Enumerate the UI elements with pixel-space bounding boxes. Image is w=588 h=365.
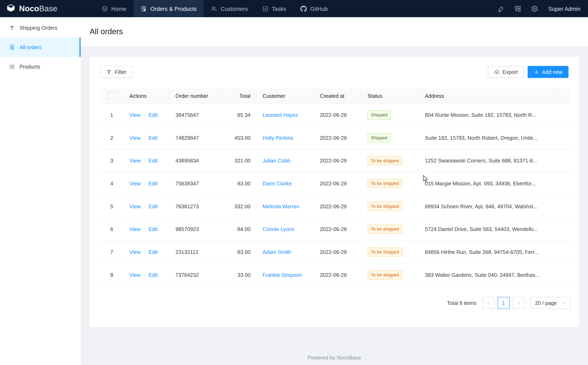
- customer-link[interactable]: Leonard Hayes: [262, 112, 298, 118]
- view-link[interactable]: View: [129, 226, 141, 232]
- view-link[interactable]: View: [129, 181, 141, 186]
- total-value: 83.00: [238, 249, 251, 255]
- address-text: 5724 Daniel Drive, Suite 563, 54403, Wen…: [425, 226, 537, 232]
- total-value: 85.34: [238, 112, 251, 118]
- main-area: All orders Filter: [81, 17, 588, 365]
- edit-link[interactable]: Edit: [149, 181, 158, 186]
- total-cell: 321.00: [224, 149, 256, 172]
- customer-link[interactable]: Darin Clarke: [262, 181, 291, 186]
- order-number: 43895834: [176, 158, 199, 164]
- chevron-right-icon: [516, 301, 521, 305]
- customer-link[interactable]: Holly Perkins: [262, 135, 293, 141]
- edit-link[interactable]: Edit: [149, 203, 158, 209]
- order-form-icon: [141, 6, 147, 12]
- edit-link[interactable]: Edit: [149, 112, 158, 118]
- table-row: 4ViewEdit7563834783.00Darin Clarke2022-0…: [100, 172, 571, 195]
- row-index-cell: 4: [100, 172, 123, 195]
- total-cell: 332.00: [224, 195, 256, 218]
- page-title: All orders: [89, 26, 579, 37]
- view-link[interactable]: View: [129, 249, 141, 255]
- edit-link[interactable]: Edit: [149, 158, 158, 164]
- settings-gear-icon[interactable]: [528, 3, 542, 14]
- sidebar-item-products[interactable]: Products: [0, 57, 81, 76]
- address-text: 84856 Hirthe Run, Suite 268, 94754-6705,…: [425, 249, 539, 255]
- nav-item-tasks[interactable]: Tasks: [255, 0, 293, 17]
- total-cell: 453.00: [224, 127, 256, 150]
- order-number: 73764232: [176, 272, 199, 278]
- address-cell: 1252 Swaniawski Corners, Suite 688, 8137…: [419, 149, 554, 172]
- top-navbar: NocoBase HomeOrders & ProductsCustomersT…: [0, 0, 588, 17]
- row-actions-cell: ViewEdit: [123, 264, 169, 287]
- total-cell: 33.00: [224, 264, 256, 287]
- add-new-button[interactable]: Add new: [527, 66, 568, 78]
- filter-button[interactable]: Filter: [100, 66, 132, 78]
- customer-link[interactable]: Connie Lyons: [262, 226, 294, 232]
- ui-editor-blocks-icon[interactable]: [511, 3, 525, 14]
- pagination-next-button[interactable]: [512, 297, 524, 309]
- order-number: 76381273: [176, 203, 199, 209]
- view-link[interactable]: View: [129, 158, 141, 164]
- header-select-all-cell: [100, 88, 123, 104]
- export-button[interactable]: Export: [488, 66, 524, 78]
- chevron-left-icon: [486, 301, 491, 305]
- edit-link[interactable]: Edit: [149, 249, 158, 255]
- list-icon: [9, 64, 15, 70]
- status-badge: Shipped: [368, 133, 391, 142]
- customer-link[interactable]: Adam Smith: [262, 249, 291, 255]
- total-value: 84.00: [238, 226, 251, 232]
- order-number-cell: 75638347: [169, 172, 224, 195]
- nav-item-orders-products[interactable]: Orders & Products: [134, 0, 204, 17]
- select-all-checkbox[interactable]: [108, 92, 115, 99]
- row-actions-cell: ViewEdit: [123, 172, 169, 195]
- table-row: 5ViewEdit76381273332.00Melinda Warren202…: [100, 195, 571, 218]
- view-link[interactable]: View: [129, 203, 141, 209]
- table-row: 1ViewEdit3847564785.34Leonard Hayes2022-…: [100, 104, 571, 127]
- order-form-icon: [9, 44, 15, 50]
- pagination: Total 8 items 1 20 / page: [100, 297, 571, 309]
- table-row: 7ViewEdit2313211283.00Adam Smith2022-06-…: [100, 241, 571, 264]
- status-badge: To be shipped: [368, 225, 402, 234]
- sidebar-item-label: All orders: [20, 44, 42, 50]
- created-at: 2022-06-29: [320, 203, 347, 209]
- customer-cell: Julian Cobb: [256, 149, 314, 172]
- pagination-prev-button[interactable]: [482, 297, 494, 309]
- view-link[interactable]: View: [129, 135, 141, 141]
- user-menu[interactable]: Super Admin: [548, 6, 581, 12]
- toolbar-right: Export Add new: [488, 66, 568, 78]
- row-index: 6: [110, 226, 113, 232]
- sidebar-item-all-orders[interactable]: All orders: [0, 37, 81, 57]
- edit-link[interactable]: Edit: [149, 226, 158, 232]
- header-empty-cell: [554, 88, 571, 104]
- address-cell: 5724 Daniel Drive, Suite 563, 54403, Wen…: [419, 218, 554, 241]
- highlighter-icon[interactable]: [494, 3, 508, 14]
- customer-link[interactable]: Melinda Warren: [262, 203, 299, 209]
- customer-cell: Darin Clarke: [256, 172, 314, 195]
- status-badge: To be shipped: [368, 179, 402, 188]
- customer-cell: Holly Perkins: [256, 127, 314, 150]
- column-header-total: Total: [224, 88, 256, 104]
- action-divider: [145, 112, 145, 118]
- view-link[interactable]: View: [129, 112, 141, 118]
- sidebar-item-shipping-orders[interactable]: Shipping Orders: [0, 18, 81, 37]
- view-link[interactable]: View: [129, 272, 141, 278]
- customer-link[interactable]: Julian Cobb: [262, 158, 290, 164]
- address-text: 383 Walter Gardens, Suite 040, 24947, Be…: [425, 272, 540, 278]
- nav-item-home[interactable]: Home: [94, 0, 133, 17]
- edit-link[interactable]: Edit: [149, 135, 158, 141]
- total-cell: 84.00: [224, 218, 256, 241]
- order-number: 74829847: [176, 135, 199, 141]
- total-cell: 83.00: [224, 241, 256, 264]
- check-square-icon: [262, 6, 269, 12]
- nav-item-customers[interactable]: Customers: [204, 0, 255, 17]
- nav-item-github[interactable]: GitHub: [293, 0, 335, 17]
- chevron-down-icon: [562, 301, 566, 305]
- page-size-select[interactable]: 20 / page: [530, 297, 571, 309]
- customer-link[interactable]: Frankie Simpson: [262, 272, 302, 278]
- pagination-page-1-button[interactable]: 1: [497, 297, 509, 309]
- row-index: 3: [110, 158, 113, 164]
- row-index: 2: [110, 135, 113, 141]
- action-divider: [145, 135, 145, 140]
- row-actions-cell: ViewEdit: [123, 149, 169, 172]
- edit-link[interactable]: Edit: [149, 272, 158, 278]
- nocobase-logo[interactable]: NocoBase: [0, 0, 81, 17]
